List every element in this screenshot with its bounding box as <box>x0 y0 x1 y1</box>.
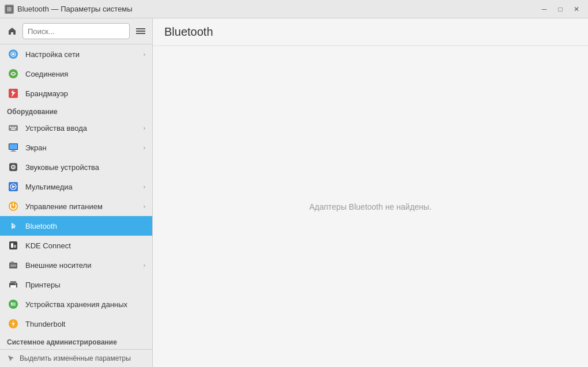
network-icon <box>7 48 20 60</box>
sidebar-item-thunderbolt-label: Thunderbolt <box>25 320 145 328</box>
sidebar-item-audio[interactable]: Звуковые устройства <box>0 157 152 177</box>
external-arrow: › <box>144 262 145 268</box>
media-arrow: › <box>144 184 145 190</box>
app-icon <box>5 5 14 14</box>
hardware-section-header: Оборудование <box>0 103 152 118</box>
svg-point-37 <box>15 283 16 285</box>
input-icon <box>7 122 20 134</box>
svg-rect-14 <box>11 128 16 130</box>
content-header: Bluetooth <box>153 18 588 46</box>
svg-point-40 <box>11 304 12 305</box>
svg-point-27 <box>9 221 18 230</box>
home-icon <box>7 27 17 36</box>
svg-rect-16 <box>9 144 17 149</box>
svg-rect-1 <box>7 7 12 12</box>
svg-rect-12 <box>13 127 14 128</box>
sidebar-scroll-area: Настройка сети › Соединения Брандмауэр <box>0 44 152 349</box>
sidebar-item-printers[interactable]: Принтеры <box>0 275 152 294</box>
page-title: Bluetooth <box>164 25 576 39</box>
kde-connect-icon <box>7 239 20 252</box>
window-title: Bluetooth — Параметры системы <box>17 5 133 13</box>
window-controls: ─ □ ✕ <box>537 3 583 15</box>
sidebar-footer-label: Выделить изменённые параметры <box>20 354 131 362</box>
screen-arrow: › <box>144 145 145 151</box>
audio-icon <box>7 161 20 173</box>
svg-point-39 <box>11 302 12 304</box>
minimize-button[interactable]: ─ <box>537 3 551 15</box>
svg-point-6 <box>12 53 14 55</box>
svg-rect-11 <box>12 127 13 128</box>
svg-rect-36 <box>10 285 16 287</box>
svg-rect-33 <box>10 264 16 267</box>
sidebar-item-media[interactable]: Мультимедиа › <box>0 177 152 196</box>
sidebar-item-network-label: Настройка сети <box>25 50 138 59</box>
home-button[interactable] <box>5 23 19 39</box>
input-arrow: › <box>144 125 145 131</box>
close-button[interactable]: ✕ <box>570 3 583 15</box>
screen-icon <box>7 141 20 154</box>
svg-point-21 <box>13 167 14 168</box>
titlebar-left: Bluetooth — Параметры системы <box>5 5 133 14</box>
svg-rect-3 <box>136 31 145 32</box>
empty-message: Адаптеры Bluetooth не найдены. <box>309 202 431 211</box>
hamburger-icon <box>136 27 145 36</box>
svg-point-7 <box>9 69 18 78</box>
sidebar-item-power[interactable]: Управление питанием › <box>0 196 152 216</box>
svg-rect-30 <box>14 245 16 248</box>
titlebar: Bluetooth — Параметры системы ─ □ ✕ <box>0 0 588 18</box>
sidebar-item-media-label: Мультимедиа <box>25 183 138 191</box>
sidebar-item-thunderbolt[interactable]: Thunderbolt <box>0 314 152 334</box>
sidebar-item-screen-label: Экран <box>25 143 138 152</box>
sidebar-item-kde-connect[interactable]: KDE Connect <box>0 236 152 255</box>
maximize-button[interactable]: □ <box>553 3 567 15</box>
sidebar-item-input-label: Устройства ввода <box>25 124 138 133</box>
sidebar-item-screen[interactable]: Экран › <box>0 138 152 157</box>
svg-rect-18 <box>10 151 16 152</box>
sidebar-item-audio-label: Звуковые устройства <box>25 163 145 172</box>
sidebar-item-storage[interactable]: Устройства хранения данных <box>0 294 152 314</box>
sidebar-item-firewall[interactable]: Брандмауэр <box>0 84 152 103</box>
svg-rect-10 <box>10 127 11 128</box>
content-body: Адаптеры Bluetooth не найдены. <box>153 46 588 367</box>
sidebar-footer[interactable]: Выделить изменённые параметры <box>0 349 152 367</box>
sidebar-item-about[interactable]: i О системе <box>0 349 152 349</box>
search-input[interactable] <box>22 23 130 39</box>
svg-rect-13 <box>15 127 16 128</box>
sidebar-item-input[interactable]: Устройства ввода › <box>0 118 152 138</box>
svg-rect-32 <box>10 262 14 263</box>
sidebar-item-external[interactable]: Внешние носители › <box>0 255 152 275</box>
sidebar: Настройка сети › Соединения Брандмауэр <box>0 18 153 367</box>
sidebar-content: Настройка сети › Соединения Брандмауэр <box>0 44 152 349</box>
sidebar-item-connections[interactable]: Соединения <box>0 64 152 84</box>
sidebar-header <box>0 18 152 44</box>
sidebar-item-power-label: Управление питанием <box>25 202 138 211</box>
svg-rect-29 <box>11 243 13 248</box>
network-arrow: › <box>144 51 145 58</box>
power-icon <box>7 200 20 213</box>
sidebar-item-storage-label: Устройства хранения данных <box>25 300 145 309</box>
app-body: Настройка сети › Соединения Брандмауэр <box>0 18 588 367</box>
svg-rect-4 <box>136 33 145 34</box>
sidebar-item-external-label: Внешние носители <box>25 261 138 270</box>
storage-icon <box>7 298 20 311</box>
sidebar-item-printers-label: Принтеры <box>25 281 145 289</box>
highlight-icon <box>7 354 15 362</box>
external-icon <box>7 259 20 271</box>
printers-icon <box>7 278 20 291</box>
sidebar-item-kde-connect-label: KDE Connect <box>25 241 145 250</box>
power-arrow: › <box>144 203 145 210</box>
svg-rect-2 <box>136 28 145 29</box>
thunderbolt-icon <box>7 317 20 330</box>
sysadmin-section-header: Системное администрирование <box>0 334 152 349</box>
sidebar-item-connections-label: Соединения <box>25 70 145 78</box>
main-content: Bluetooth Адаптеры Bluetooth не найдены. <box>153 18 588 367</box>
sidebar-item-bluetooth-label: Bluetooth <box>25 222 145 230</box>
firewall-icon <box>7 87 20 100</box>
bluetooth-icon <box>7 220 20 232</box>
media-icon <box>7 180 20 193</box>
svg-rect-35 <box>10 281 16 283</box>
hamburger-menu-button[interactable] <box>133 23 148 39</box>
sidebar-item-bluetooth[interactable]: Bluetooth <box>0 216 152 236</box>
sidebar-item-firewall-label: Брандмауэр <box>25 89 145 98</box>
sidebar-item-network[interactable]: Настройка сети › <box>0 44 152 64</box>
